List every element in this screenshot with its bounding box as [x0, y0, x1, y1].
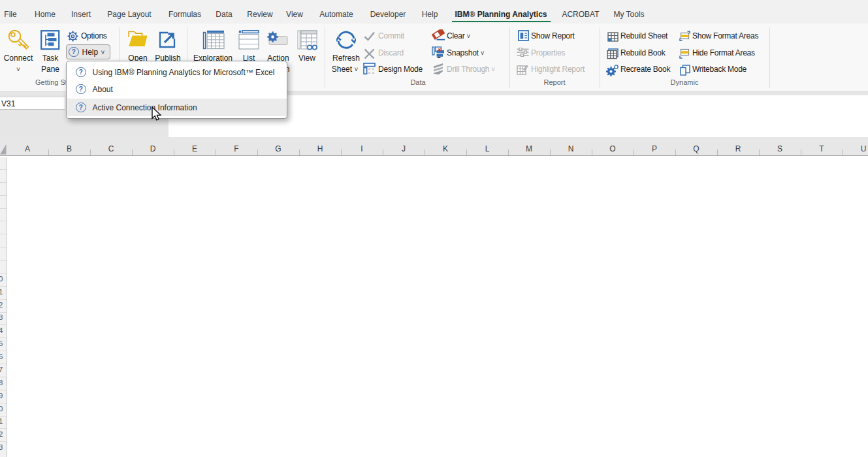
svg-text:×: × — [368, 71, 371, 74]
svg-text:×: × — [372, 71, 375, 74]
